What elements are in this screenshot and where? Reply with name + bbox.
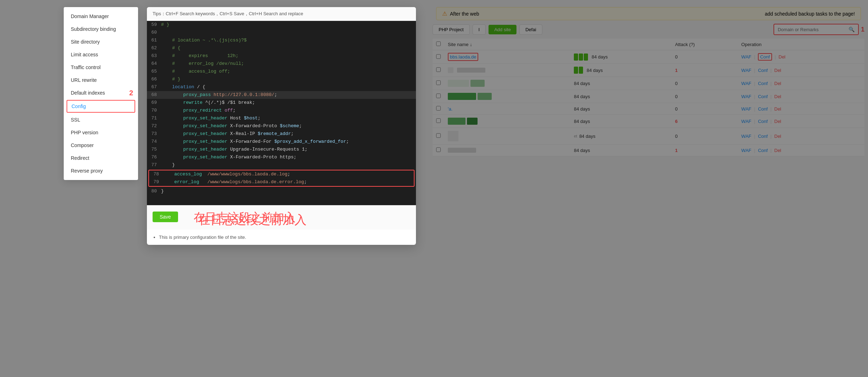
annotation-chinese: 在日志这段之前加入 [194,211,296,224]
menu-item-subdirectory[interactable]: Subdirectory binding [64,23,138,35]
code-line-59: 59 # } [147,21,416,29]
code-line-70: 70 proxy_redirect off; [147,107,416,114]
code-line-72: 72 proxy_set_header X-Forwarded-Proto $s… [147,122,416,130]
code-line-71: 71 proxy_set_header Host $host; [147,114,416,122]
code-line-80: 80 } [147,187,416,195]
menu-item-php-version[interactable]: PHP version [64,126,138,139]
config-notes: This is primary configuration file of th… [147,230,416,245]
config-editor-modal: Tips：Ctrl+F Search keywords，Ctrl+S Save，… [147,7,416,245]
menu-item-traffic[interactable]: Traffic control [64,61,138,74]
code-line-79: 79 error_log /www/wwwlogs/bbs.laoda.de.e… [149,178,414,186]
code-line-74: 74 proxy_set_header X-Forwarded-For $pro… [147,138,416,146]
menu-item-reverse-proxy[interactable]: Reverse proxy [64,164,138,177]
menu-item-site-directory[interactable]: Site directory [64,35,138,48]
menu-item-redirect[interactable]: Redirect [64,152,138,164]
code-line-66: 66 # } [147,75,416,83]
code-line-73: 73 proxy_set_header X-Real-IP $remote_ad… [147,130,416,138]
code-line-67: 67 location / { [147,83,416,91]
menu-item-default-indexes[interactable]: Default indexes 2 [64,86,138,99]
menu-item-limit-access[interactable]: Limit access [64,48,138,61]
menu-item-domain-manager[interactable]: Domain Manager [64,10,138,23]
menu-item-composer[interactable]: Composer [64,139,138,152]
menu-badge-2: 2 [129,89,133,97]
code-line-76: 76 proxy_set_header X-Forwarded-Proto ht… [147,153,416,161]
code-line-78: 78 access_log /www/wwwlogs/bbs.laoda.de.… [149,170,414,178]
code-line-65: 65 # access_log off; [147,68,416,75]
code-line-69: 69 rewrite ^(/.*)$ /$1 break; [147,99,416,107]
code-line-68: 68 proxy_pass http://127.0.0.1:8080/; [147,91,416,99]
code-line-64: 64 # error_log /dev/null; [147,60,416,68]
left-menu-panel: Domain Manager Subdirectory binding Site… [64,7,138,180]
save-button[interactable]: Save [153,212,178,222]
menu-item-url-rewrite[interactable]: URL rewrite [64,74,138,86]
note-item: This is primary configuration file of th… [159,235,410,240]
code-highlight-box: 78 access_log /www/wwwlogs/bbs.laoda.de.… [148,170,415,187]
code-line-62: 62 # { [147,44,416,52]
code-line-61: 61 # location ~ .*\.(js|css)?$ [147,36,416,44]
menu-item-ssl[interactable]: SSL [64,113,138,126]
code-editor[interactable]: 59 # } 60 61 # location ~ .*\.(js|css)?$… [147,21,416,205]
code-line-63: 63 # expires 12h; [147,52,416,60]
code-line-75: 75 proxy_set_header Upgrade-Insecure-Req… [147,146,416,153]
code-line-77: 77 } [147,161,416,169]
code-line-60: 60 [147,29,416,36]
config-footer: Save 在日志这段之前加入 [147,205,416,230]
menu-item-config[interactable]: Config [67,100,135,113]
tips-bar: Tips：Ctrl+F Search keywords，Ctrl+S Save，… [147,7,416,21]
